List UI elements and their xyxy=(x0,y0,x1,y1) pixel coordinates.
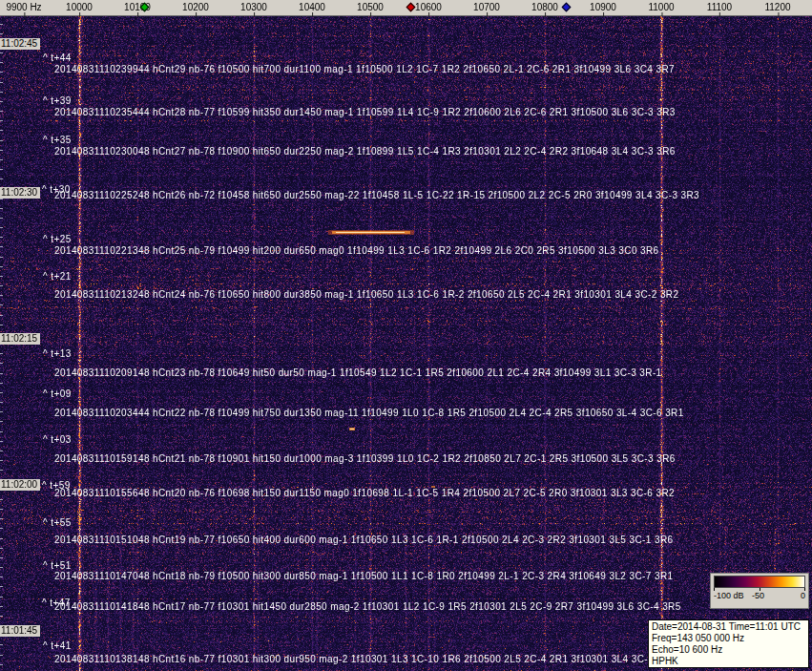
echo-data-line: 20140831110235444 hCnt28 nb-77 f10599 hi… xyxy=(54,107,676,117)
freq-tick-label: 11100 xyxy=(707,2,732,12)
echo-data-line: 20140831110225248 hCnt26 nb-72 f10458 hi… xyxy=(54,190,699,200)
meteor-spectrogram-app: 9900 Hz 10000 10100 10200 10300 10400 10… xyxy=(0,0,812,671)
freq-tick-label: 10800 xyxy=(531,2,558,12)
echo-data-line: 20140831110213248 hCnt24 nb-76 f10650 hi… xyxy=(54,289,678,300)
echo-data-line: 20140831110147048 hCnt18 nb-79 f10500 hi… xyxy=(54,571,674,581)
freq-marker-blue-diamond[interactable] xyxy=(562,3,572,12)
echo-marker: ^ t+09 xyxy=(43,388,72,399)
time-label: 11:02:15 xyxy=(0,333,40,345)
echo-marker: ^ t+39 xyxy=(43,95,72,106)
db-scale-labels: -100 dB -50 0 xyxy=(714,591,805,601)
db-scale-label: -100 dB xyxy=(714,591,744,600)
info-line-freq: Freq=143 050 000 Hz xyxy=(652,633,805,644)
echo-data-line: 20140831110159148 hCnt21 nb-78 f10901 hi… xyxy=(54,453,676,464)
echo-data-line: 20140831110138148 hCnt16 nb-77 f10301 hi… xyxy=(54,654,676,664)
db-scale-label: -50 xyxy=(752,591,764,600)
freq-tick-label: 10600 xyxy=(415,2,442,12)
freq-marker-red-diamond[interactable] xyxy=(406,3,416,12)
info-line-echo: Echo=10 600 Hz xyxy=(652,644,805,656)
freq-tick-label: 10300 xyxy=(240,2,267,12)
echo-marker: ^ t+41 xyxy=(43,640,72,651)
echo-marker: ^ t+55 xyxy=(43,517,72,528)
echo-marker: ^ t+03 xyxy=(43,434,72,445)
info-box: Date=2014-08-31 Time=11:01 UTC Freq=143 … xyxy=(648,619,809,668)
freq-tick-label: 10900 xyxy=(590,2,616,12)
freq-tick-label: 10700 xyxy=(473,2,500,12)
freq-tick-label: 11200 xyxy=(764,2,790,12)
freq-tick-label: 10000 xyxy=(66,2,93,12)
freq-tick-label: 9900 Hz xyxy=(6,2,41,12)
echo-data-line: 20140831110203444 hCnt22 nb-78 f10499 hi… xyxy=(54,408,684,418)
db-gradient-bar xyxy=(714,576,805,588)
time-label: 11:02:45 xyxy=(0,38,40,50)
freq-tick-label: 10200 xyxy=(182,2,209,12)
echo-marker: ^ t+25 xyxy=(43,234,72,244)
echo-marker: ^ t+51 xyxy=(43,560,72,571)
db-scale-box: -100 dB -50 0 xyxy=(710,573,809,609)
echo-data-line: 20140831110151048 hCnt19 nb-77 f10650 hi… xyxy=(54,535,674,545)
echo-data-line: 20140831110221348 hCnt25 nb-79 f10499 hi… xyxy=(54,245,659,256)
echo-data-line: 20140831110230048 hCnt27 nb-78 f10900 hi… xyxy=(54,146,676,157)
echo-data-line: 20140831110141848 hCnt17 nb-77 f10301 hi… xyxy=(54,601,681,612)
time-label: 11:02:30 xyxy=(0,187,40,199)
echo-data-line: 20140831110239944 hCnt29 nb-76 f10500 hi… xyxy=(54,64,675,74)
echo-marker: ^ t+21 xyxy=(43,271,72,282)
echo-data-line: 20140831110155648 hCnt20 nb-76 f10698 hi… xyxy=(54,488,675,498)
frequency-axis-bar: 9900 Hz 10000 10100 10200 10300 10400 10… xyxy=(0,0,812,16)
time-label: 11:01:45 xyxy=(0,625,40,637)
info-line-date: Date=2014-08-31 Time=11:01 UTC xyxy=(652,621,805,633)
freq-tick-label: 11000 xyxy=(648,2,674,12)
echo-marker: ^ t+44 xyxy=(43,52,72,63)
db-scale-label: 0 xyxy=(801,591,805,600)
info-line-station: HPHK xyxy=(652,656,805,667)
echo-data-line: 20140831110209148 hCnt23 nb-78 f10649 hi… xyxy=(54,367,662,378)
time-label: 11:02:00 xyxy=(0,479,40,491)
freq-tick-label: 10500 xyxy=(357,2,384,12)
echo-marker: ^ t+35 xyxy=(43,135,72,145)
freq-tick-label: 10400 xyxy=(299,2,325,12)
echo-marker: ^ t+13 xyxy=(43,348,72,359)
